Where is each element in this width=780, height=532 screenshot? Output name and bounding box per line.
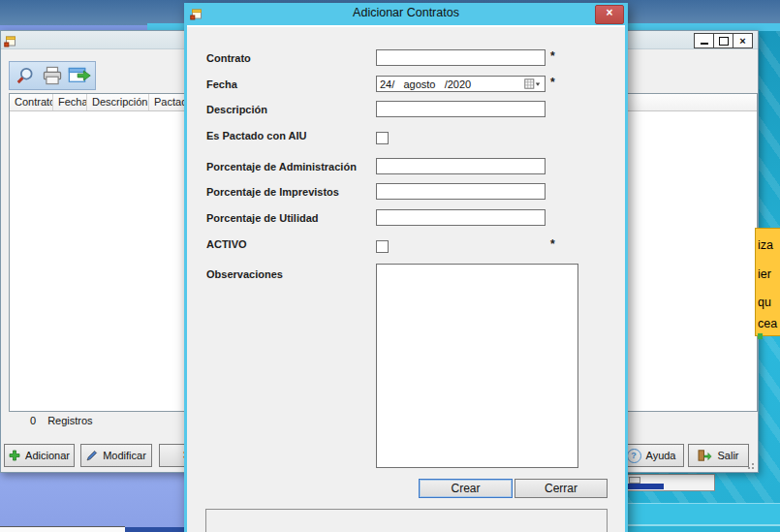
plus-icon [9, 450, 20, 461]
observaciones-textarea[interactable] [376, 264, 578, 468]
print-button[interactable] [41, 64, 64, 87]
porcentaje-imprevistos-label: Porcentaje de Imprevistos [206, 186, 339, 198]
porcentaje-administracion-input[interactable] [376, 158, 546, 174]
tooltip-line: qu [758, 296, 771, 309]
dialog-title: Adicionar Contratos [184, 6, 628, 19]
maximize-icon [719, 37, 729, 46]
screen: × [0, 0, 780, 532]
dialog-close-button[interactable]: × [595, 5, 624, 24]
toolbar [9, 61, 96, 90]
required-asterisk: * [550, 237, 555, 251]
column-header-contrato[interactable]: Contrato [10, 94, 53, 110]
bottom-panel [205, 509, 608, 532]
column-header-descripcion[interactable]: Descripción [87, 94, 149, 110]
porcentaje-utilidad-input[interactable] [376, 209, 546, 226]
printer-icon [42, 66, 63, 85]
minimize-icon [701, 43, 708, 45]
adicionar-label: Adicionar [25, 450, 70, 461]
records-label: Registros [47, 415, 92, 426]
ayuda-button[interactable]: ? Ayuda [618, 444, 684, 467]
search-button[interactable] [14, 64, 37, 87]
tooltip-line: iza [758, 238, 773, 252]
progress-bar-fragment [628, 484, 664, 489]
es-pactado-aiu-label: Es Pactado con AIU [206, 130, 307, 141]
window-close-button[interactable]: × [733, 33, 753, 48]
pencil-icon [86, 450, 98, 461]
modificar-button[interactable]: Modificar [80, 444, 152, 467]
activo-checkbox[interactable] [376, 240, 389, 253]
crear-button[interactable]: Crear [419, 479, 513, 498]
window-fragment-navy [125, 527, 185, 532]
contrato-label: Contrato [206, 52, 251, 64]
porcentaje-administracion-label: Porcentaje de Administración [206, 161, 357, 172]
cerrar-button[interactable]: Cerrar [515, 479, 608, 498]
column-header-fecha[interactable]: Fecha [53, 94, 87, 110]
dialog-titlebar[interactable]: Adicionar Contratos × [184, 3, 628, 25]
window-tab-fragment [629, 477, 640, 484]
tooltip-line: ier [758, 267, 771, 281]
observaciones-label: Observaciones [206, 268, 283, 280]
magnifier-icon [16, 66, 35, 85]
minimize-button[interactable] [694, 33, 714, 48]
window-fragment-white [0, 526, 125, 532]
contrato-input[interactable] [376, 49, 546, 66]
records-counter: 0 Registros [30, 415, 93, 426]
adicionar-button[interactable]: Adicionar [4, 444, 75, 467]
tooltip-line: cea [758, 317, 777, 330]
tooltip-fragment: iza ier qu cea [755, 228, 780, 336]
exit-door-icon [698, 450, 712, 461]
activo-label: ACTIVO [206, 238, 247, 250]
required-asterisk: * [550, 76, 555, 89]
export-button[interactable] [68, 64, 91, 87]
calendar-dropdown-icon[interactable] [522, 78, 542, 90]
modificar-label: Modificar [103, 450, 146, 461]
porcentaje-utilidad-label: Porcentaje de Utilidad [206, 212, 319, 224]
help-circle-icon: ? [627, 449, 641, 463]
fecha-input[interactable]: 24/ agosto /2020 [376, 76, 546, 92]
ayuda-label: Ayuda [646, 450, 676, 461]
close-icon: × [739, 35, 745, 47]
resize-grip[interactable] [744, 459, 754, 469]
required-asterisk: * [550, 49, 555, 63]
export-icon [68, 66, 91, 85]
fecha-label: Fecha [206, 78, 237, 90]
salir-label: Salir [717, 450, 738, 461]
records-count: 0 [30, 415, 36, 426]
adicionar-contratos-dialog: Adicionar Contratos × Contrato * Fecha 2… [184, 3, 628, 532]
salir-button[interactable]: Salir [688, 444, 749, 467]
progress-window-fragment [625, 474, 715, 491]
es-pactado-aiu-checkbox[interactable] [376, 132, 389, 144]
maximize-button[interactable] [713, 33, 733, 48]
green-icon-fragment [758, 333, 763, 339]
porcentaje-imprevistos-input[interactable] [376, 183, 546, 200]
descripcion-label: Descripción [206, 104, 267, 115]
descripcion-input[interactable] [376, 101, 546, 117]
fecha-value: 24/ agosto /2020 [380, 78, 522, 90]
form-icon [4, 34, 16, 51]
